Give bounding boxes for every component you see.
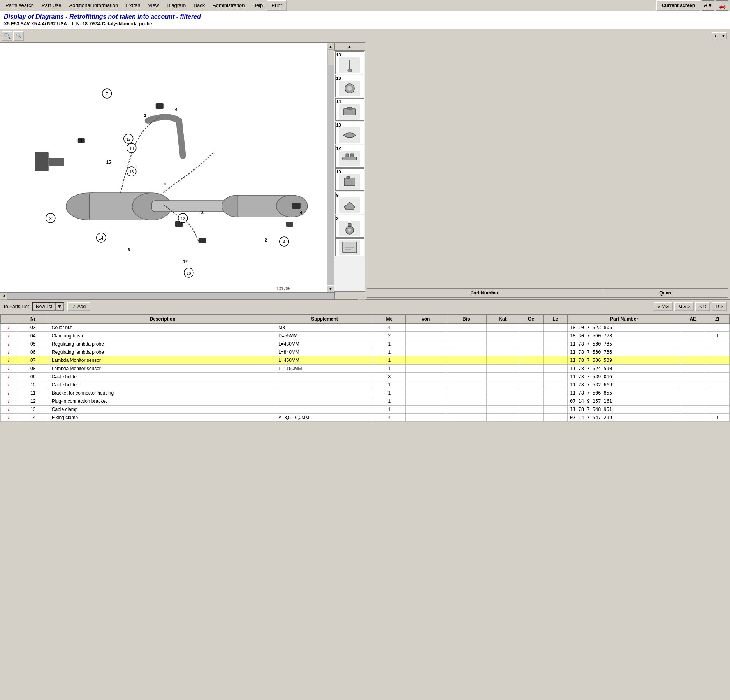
- table-row[interactable]: i14Fixing clampA=3,5 - 6,0MM407 14 7 547…: [1, 414, 730, 422]
- table-row[interactable]: i10Cable holder111 78 7 532 669: [1, 381, 730, 389]
- cell-11: [681, 373, 705, 381]
- scroll-thumb[interactable]: [328, 50, 334, 65]
- right-panel-arrows: ▲ ▼: [365, 29, 730, 42]
- mg-navigation: « MG MG » « D D »: [654, 302, 727, 311]
- new-list-dropdown-btn[interactable]: ▼: [55, 303, 63, 310]
- cell-11: [681, 332, 705, 340]
- menu-additional-info[interactable]: Additional Information: [65, 0, 122, 11]
- thumb-item-sheet[interactable]: [335, 238, 364, 256]
- d-prev-button[interactable]: « D: [695, 302, 711, 311]
- title-area: Display of Diagrams - Retrofittings not …: [0, 11, 730, 29]
- table-row[interactable]: i04Clamping bushD=55MM218 30 7 560 778I: [1, 332, 730, 340]
- svg-text:15: 15: [106, 160, 111, 164]
- svg-rect-12: [286, 222, 293, 227]
- menu-print[interactable]: Print: [267, 0, 287, 11]
- cell-12: [705, 373, 730, 381]
- table-row[interactable]: i05Regulating lambda probeL=480MM111 78 …: [1, 340, 730, 348]
- scroll-track[interactable]: [327, 50, 334, 285]
- current-screen-button[interactable]: Current screen: [656, 0, 700, 11]
- diagram-svg: 7 12 13 16 11 15 4 1 5 3: [0, 43, 327, 292]
- cell-10: 11 78 7 532 669: [567, 381, 681, 389]
- svg-text:17: 17: [183, 259, 188, 264]
- thumb-item-14[interactable]: 14: [335, 98, 364, 121]
- add-button[interactable]: ✓ Add: [67, 302, 90, 311]
- table-row[interactable]: i08Lambda Monitor sensorL=1150MM111 78 7…: [1, 365, 730, 373]
- svg-text:8: 8: [201, 210, 204, 215]
- col-nr: Nr: [17, 315, 49, 324]
- to-parts-list-label: To Parts List: [3, 304, 29, 309]
- thumb-item-10[interactable]: 10: [335, 168, 364, 191]
- menu-help[interactable]: Help: [249, 0, 267, 11]
- svg-text:2: 2: [265, 238, 267, 242]
- cell-4: 1: [373, 348, 405, 356]
- svg-rect-14: [49, 158, 64, 166]
- thumb-item-9[interactable]: 9: [335, 192, 364, 214]
- cell-5: [405, 365, 446, 373]
- mg-prev-prev-button[interactable]: « MG: [654, 302, 673, 311]
- svg-text:18: 18: [186, 271, 191, 275]
- right-scroll-down[interactable]: ▼: [720, 32, 727, 39]
- table-row[interactable]: i09Cable holder811 78 7 539 016: [1, 373, 730, 381]
- col-quan: Quan: [602, 289, 728, 298]
- zoom-out-button[interactable]: 🔍: [13, 31, 24, 41]
- menu-parts-search[interactable]: Parts search: [2, 0, 38, 11]
- cell-11: [681, 356, 705, 365]
- cell-0: i: [1, 324, 17, 332]
- horiz-scroll-track[interactable]: [7, 293, 358, 299]
- table-row[interactable]: i13Cable clamp111 78 7 548 951: [1, 406, 730, 414]
- table-row[interactable]: i11Bracket for connector housing111 78 7…: [1, 389, 730, 397]
- thumb-item-16[interactable]: 16: [335, 75, 364, 97]
- table-row[interactable]: i03Collar nutM8418 10 7 523 805: [1, 324, 730, 332]
- menu-administration[interactable]: Administration: [209, 0, 248, 11]
- table-row[interactable]: i07Lambda Monitor sensorL=450MM111 78 7 …: [1, 356, 730, 365]
- cell-4: 1: [373, 389, 405, 397]
- search-icon-btn[interactable]: A▼: [702, 0, 714, 11]
- thumb-item-13[interactable]: 13: [335, 122, 364, 144]
- thumb-item-18[interactable]: 18: [335, 51, 364, 74]
- menu-extras[interactable]: Extras: [122, 0, 144, 11]
- thumb-item-3[interactable]: 3: [335, 215, 364, 238]
- cell-4: 1: [373, 340, 405, 348]
- cell-11: [681, 389, 705, 397]
- cell-8: [519, 414, 543, 422]
- right-scroll-up[interactable]: ▲: [712, 32, 719, 39]
- zoom-in-button[interactable]: 🔍: [2, 31, 12, 41]
- cell-11: [681, 406, 705, 414]
- thumb-scroll-down[interactable]: ▼: [334, 291, 365, 292]
- menu-view[interactable]: View: [144, 0, 163, 11]
- cell-1: 13: [17, 406, 49, 414]
- table-row[interactable]: i06Regulating lambda probeL=840MM111 78 …: [1, 348, 730, 356]
- mg-next-button[interactable]: MG »: [674, 302, 693, 311]
- scroll-up-arrow[interactable]: ▲: [327, 43, 334, 50]
- cell-0: i: [1, 381, 17, 389]
- parts-table-container[interactable]: Nr Description Supplement Me Von Bis Kat…: [0, 314, 730, 422]
- cell-10: 11 78 7 524 530: [567, 365, 681, 373]
- cell-9: [543, 340, 567, 348]
- cell-6: [446, 332, 486, 340]
- cell-0: i: [1, 397, 17, 406]
- scroll-left-arrow[interactable]: ◄: [0, 293, 7, 300]
- cell-9: [543, 389, 567, 397]
- thumb-image-3: [339, 221, 360, 236]
- thumb-item-12[interactable]: 12: [335, 145, 364, 168]
- cell-0: i: [1, 414, 17, 422]
- cell-9: [543, 414, 567, 422]
- menu-part-use[interactable]: Part Use: [38, 0, 65, 11]
- camera-icon-btn[interactable]: 🚗: [716, 0, 728, 11]
- menu-diagram[interactable]: Diagram: [163, 0, 190, 11]
- svg-text:11: 11: [78, 138, 83, 143]
- cell-5: [405, 414, 446, 422]
- cell-1: 04: [17, 332, 49, 340]
- cell-7: [486, 373, 519, 381]
- d-next-button[interactable]: D »: [712, 302, 727, 311]
- col-part-number: Part Number: [367, 289, 602, 298]
- menu-back[interactable]: Back: [190, 0, 209, 11]
- table-row[interactable]: i12Plug-in connection bracket107 14 9 15…: [1, 397, 730, 406]
- cell-6: [446, 406, 486, 414]
- cell-5: [405, 348, 446, 356]
- scroll-down-arrow[interactable]: ▼: [327, 285, 334, 292]
- thumb-number-14: 14: [336, 99, 341, 104]
- cell-5: [405, 389, 446, 397]
- thumb-scroll-up[interactable]: ▲: [334, 43, 365, 51]
- cell-7: [486, 365, 519, 373]
